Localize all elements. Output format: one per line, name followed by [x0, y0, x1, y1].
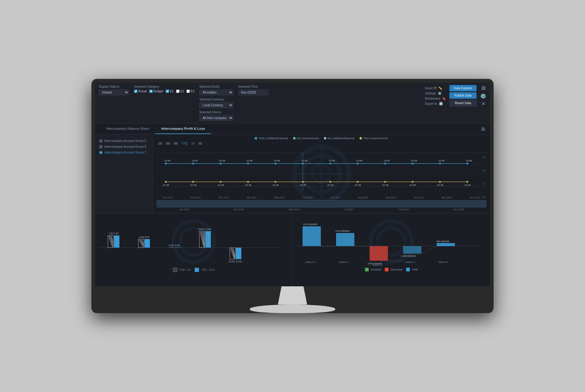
time-btn-3m[interactable]: 3M	[165, 142, 171, 146]
decrease-icon	[385, 268, 388, 271]
svg-text:23.08: 23.08	[274, 159, 280, 162]
e3-checkbox[interactable]	[186, 90, 190, 93]
display-data-select[interactable]: Default	[99, 90, 129, 95]
legend-ytd-cya: YTD - CYA	[195, 268, 214, 272]
tab-profit-loss[interactable]: Intercompany Profit & Loss	[155, 124, 211, 134]
svg-point-25	[329, 181, 331, 183]
ytd-cy-icon	[173, 268, 177, 272]
publish-data-button[interactable]: Publish Data	[449, 92, 477, 99]
e1-checkbox[interactable]	[166, 90, 169, 93]
budget-checkbox[interactable]	[149, 90, 153, 93]
sidebar-item-group7[interactable]: Intercompany Account Group 7	[98, 150, 150, 155]
bar-g2-solid	[144, 239, 150, 248]
month-may: May 2020	[274, 196, 285, 199]
increase-icon	[365, 268, 369, 271]
dot-10	[412, 163, 413, 164]
svg-text:23.08: 23.08	[192, 159, 198, 162]
month-feb: Feb 2020	[190, 196, 201, 199]
interco-select[interactable]: All Inter-company	[199, 115, 233, 121]
pencil-icon[interactable]: ✏️	[438, 87, 442, 90]
svg-text:Interco 0: Interco 0	[306, 261, 315, 263]
svg-text:Interco 6: Interco 6	[438, 261, 448, 263]
time-btn-all[interactable]: All	[197, 142, 203, 146]
svg-text:Interco 4: Interco 4	[406, 261, 415, 263]
sidebar-label-6: Intercompany Account Group 6	[104, 145, 146, 148]
radio-dot-7	[99, 151, 102, 154]
bar-g1-solid	[114, 235, 119, 248]
svg-text:5.03: 5.03	[139, 236, 144, 238]
currency-label: Selected Currency	[199, 98, 224, 101]
monitor-stand-neck	[274, 286, 311, 305]
settings-icon[interactable]: ⚙️	[438, 92, 441, 95]
time-input[interactable]	[238, 90, 269, 95]
currency-select[interactable]: Local Currency	[199, 102, 233, 108]
time-btn-1y[interactable]: 1Y	[190, 142, 196, 146]
svg-point-23	[275, 181, 276, 183]
mini-range-chart[interactable]	[157, 200, 486, 207]
checkbox-budget[interactable]: Budget	[149, 90, 163, 93]
bookmark-icon[interactable]: 🔖	[442, 97, 446, 100]
legend-label-2: My Assets/Income	[297, 137, 319, 140]
checkbox-e2[interactable]: E2	[176, 90, 184, 93]
time-btn-ytd[interactable]: YTD	[180, 142, 189, 146]
svg-text:5.03: 5.03	[144, 236, 149, 238]
mini-jul: Jul 2020	[344, 208, 353, 211]
y-20: 20	[481, 169, 485, 172]
main-content: Intercompany Account Group 5 Intercompan…	[95, 134, 490, 286]
lower-dot-1	[165, 181, 167, 183]
e2-checkbox[interactable]	[176, 90, 179, 93]
tabs-bar: Intercompany Balance Sheet Intercompany …	[95, 124, 490, 134]
svg-text:13.55: 13.55	[205, 228, 211, 231]
time-btn-1m[interactable]: 1M	[157, 142, 163, 146]
checkbox-e1[interactable]: E1	[166, 90, 174, 93]
y-axis-labels: 40 20 0 -40	[481, 156, 485, 199]
radio-dot-6	[99, 145, 102, 148]
svg-text:-22.38: -22.38	[436, 184, 443, 186]
svg-line-49	[111, 236, 113, 243]
entity-select[interactable]: All entities	[199, 90, 233, 95]
svg-text:-22.38: -22.38	[327, 184, 334, 186]
sidebar: Intercompany Account Group 5 Intercompan…	[95, 134, 153, 213]
checkbox-e3[interactable]: E3	[186, 90, 194, 93]
legend-increase: Increase	[365, 268, 381, 271]
legend-label-3: My Liabilities/Expense	[328, 137, 355, 140]
dot-7	[329, 163, 331, 164]
radio-dot-5	[99, 139, 102, 143]
val-upper-1: 23.08	[164, 159, 171, 162]
grid-icon[interactable]: ⊞	[481, 126, 485, 132]
month-apr: Apr 2020	[246, 196, 256, 199]
right-controls: Input Off ✏️ Settings ⚙️ Bookmarks 🔖 Exp…	[425, 85, 486, 107]
line-chart-svg: 23.08 23.08 23.08 23.08 23.08 23.08 23.0…	[157, 147, 486, 196]
dot-9	[384, 163, 386, 164]
sidebar-item-group5[interactable]: Intercompany Account Group 5	[98, 138, 150, 144]
selected-time-group: Selected Time	[238, 85, 269, 95]
actual-checkbox[interactable]	[134, 90, 137, 93]
svg-text:-10.91: -10.91	[235, 260, 242, 263]
tab-balance-sheet[interactable]: Intercompany Balance Sheet	[100, 124, 155, 134]
export-row: Export to ↗️	[425, 102, 446, 105]
sidebar-label-7: Intercompany Account Group 7	[104, 151, 146, 154]
gear-icon[interactable]: ⚙️	[480, 93, 486, 99]
data-explorer-button[interactable]: Data Explorer	[449, 85, 477, 91]
svg-point-22	[247, 181, 249, 183]
sidebar-item-group6[interactable]: Intercompany Account Group 6	[98, 144, 150, 150]
dot-2	[192, 163, 194, 164]
chart-legend: Their Liabilities/Expense My Assets/Inco…	[157, 137, 486, 140]
y-neg40: -40	[481, 196, 485, 199]
svg-text:-2,536.0000000: -2,536.0000000	[401, 255, 416, 257]
bar-interco2	[370, 246, 388, 261]
svg-text:0.00: 0.00	[175, 244, 180, 247]
settings-label: Settings	[425, 92, 436, 95]
close-icon[interactable]: ✕	[481, 101, 485, 107]
svg-text:23.08: 23.08	[438, 159, 445, 162]
export-icon[interactable]: ↗️	[439, 102, 443, 105]
mini-may: May 2020	[289, 208, 300, 211]
svg-text:Interco 2: Interco 2	[373, 264, 382, 266]
month-mar: Mar 2020	[218, 196, 229, 199]
time-btn-6m[interactable]: 6M	[172, 142, 179, 146]
month-sep: Sep 2020	[386, 196, 396, 199]
month-jul: Jul 2020	[331, 196, 340, 199]
svg-text:-22.38: -22.38	[381, 184, 388, 186]
checkbox-actual[interactable]: Actual	[134, 90, 147, 93]
revert-data-button[interactable]: Revert Data	[449, 100, 477, 107]
